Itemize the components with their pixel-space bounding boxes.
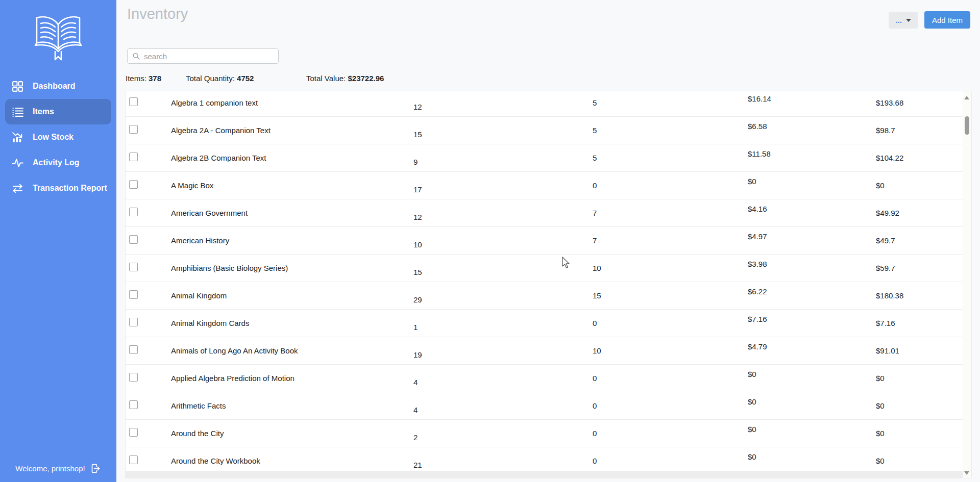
item-threshold: 0 — [593, 429, 597, 438]
row-checkbox[interactable] — [129, 153, 138, 161]
item-price: $0 — [748, 370, 756, 378]
row-checkbox[interactable] — [129, 400, 138, 409]
inventory-table: Algebra 1 companion text 12 5 $16.14 $19… — [125, 91, 972, 478]
item-name: Algebra 2B Companion Text — [171, 154, 266, 162]
item-threshold: 0 — [593, 456, 597, 465]
stat-total-value-value: $23722.96 — [348, 74, 384, 83]
header-actions: ... Add Item — [889, 11, 970, 29]
scroll-down-icon[interactable] — [964, 471, 969, 475]
vertical-scrollbar[interactable] — [963, 91, 971, 478]
sidebar-item-items[interactable]: Items — [5, 99, 111, 124]
item-name: Algebra 1 companion text — [171, 98, 258, 107]
row-checkbox[interactable] — [129, 345, 138, 354]
welcome-message: Welcome, printshop! — [0, 463, 116, 474]
item-quantity: 4 — [413, 405, 418, 414]
item-name: Amphibians (Basic Biology Series) — [171, 264, 288, 272]
item-threshold: 10 — [593, 264, 601, 272]
row-checkbox[interactable] — [129, 318, 138, 326]
item-quantity: 15 — [413, 130, 422, 139]
item-price: $3.98 — [748, 260, 767, 268]
item-quantity: 2 — [413, 433, 418, 442]
sidebar-item-activity-log[interactable]: Activity Log — [0, 150, 116, 175]
item-threshold: 0 — [593, 401, 597, 410]
table-row[interactable]: Animal Kingdom 29 15 $6.22 $180.38 — [126, 282, 963, 310]
row-checkbox[interactable] — [129, 263, 138, 271]
sidebar: Dashboard Items Low Stock Activity Log T… — [0, 0, 116, 482]
table-row[interactable]: Algebra 1 companion text 12 5 $16.14 $19… — [126, 91, 963, 117]
table-row[interactable]: Algebra 2B Companion Text 9 5 $11.58 $10… — [126, 144, 963, 172]
item-total: $0 — [876, 456, 885, 465]
row-checkbox[interactable] — [129, 455, 138, 464]
table-row[interactable]: Arithmetic Facts 4 0 $0 $0 — [126, 392, 963, 420]
add-item-button[interactable]: Add Item — [924, 11, 970, 29]
item-total: $7.16 — [876, 319, 895, 327]
row-checkbox[interactable] — [129, 180, 138, 189]
main-content: Inventory ... Add Item Items: 378 Total … — [116, 0, 980, 482]
item-total: $0 — [876, 429, 885, 438]
item-name: American History — [171, 236, 229, 245]
item-quantity: 9 — [413, 158, 418, 166]
stat-items-value: 378 — [149, 74, 161, 83]
item-price: $16.14 — [748, 94, 771, 103]
row-checkbox[interactable] — [129, 208, 138, 216]
horizontal-scrollbar[interactable] — [126, 471, 963, 478]
item-quantity: 15 — [413, 268, 422, 276]
item-price: $7.16 — [748, 315, 767, 323]
item-price: $4.16 — [748, 205, 767, 213]
header-divider — [125, 39, 972, 39]
item-threshold: 7 — [593, 236, 597, 245]
item-total: $98.7 — [876, 126, 895, 135]
more-actions-dropdown[interactable]: ... — [889, 12, 918, 29]
item-quantity: 29 — [413, 295, 422, 304]
logout-icon[interactable] — [90, 463, 101, 474]
item-quantity: 12 — [413, 213, 422, 221]
sidebar-item-dashboard[interactable]: Dashboard — [0, 73, 116, 99]
row-checkbox[interactable] — [129, 373, 138, 382]
table-row[interactable]: American History 10 7 $4.97 $49.7 — [126, 227, 963, 255]
item-threshold: 5 — [593, 126, 597, 135]
item-price: $4.97 — [748, 232, 767, 241]
vertical-scrollbar-thumb[interactable] — [965, 116, 969, 135]
row-checkbox[interactable] — [129, 290, 138, 299]
stat-total-value: Total Value: $23722.96 — [306, 74, 384, 83]
item-total: $59.7 — [876, 264, 895, 272]
item-threshold: 0 — [593, 181, 597, 190]
table-row[interactable]: Around the City 2 0 $0 $0 — [126, 420, 963, 447]
scroll-up-icon[interactable] — [964, 96, 969, 99]
stat-total-quantity: Total Quantity: 4752 — [186, 74, 254, 83]
item-name: Arithmetic Facts — [171, 401, 226, 410]
stat-items-label: Items: — [126, 74, 146, 83]
sidebar-item-low-stock[interactable]: Low Stock — [0, 124, 116, 150]
item-name: American Government — [171, 209, 248, 217]
item-threshold: 5 — [593, 98, 597, 107]
item-total: $49.7 — [876, 236, 895, 245]
table-row[interactable]: Amphibians (Basic Biology Series) 15 10 … — [126, 255, 963, 282]
table-row[interactable]: Animal Kingdom Cards 1 0 $7.16 $7.16 — [126, 310, 963, 337]
table-rows-viewport: Algebra 1 companion text 12 5 $16.14 $19… — [126, 91, 963, 471]
table-row[interactable]: Applied Algebra Prediction of Motion 4 0… — [126, 365, 963, 392]
page-title: Inventory — [127, 6, 188, 22]
table-row[interactable]: Algebra 2A - Companion Text 15 5 $6.58 $… — [126, 117, 963, 144]
table-row[interactable]: American Government 12 7 $4.16 $49.92 — [126, 199, 963, 227]
table-row[interactable]: Around the City Workbook 21 0 $0 $0 — [126, 447, 963, 471]
item-price: $0 — [748, 177, 756, 186]
item-total: $0 — [876, 401, 885, 410]
item-total: $49.92 — [876, 209, 899, 217]
row-checkbox[interactable] — [129, 97, 138, 106]
item-quantity: 17 — [413, 185, 422, 194]
activity-icon — [11, 157, 24, 169]
item-quantity: 12 — [413, 103, 422, 111]
table-row[interactable]: Animals of Long Ago An Activity Book 19 … — [126, 337, 963, 365]
item-name: Around the City Workbook — [171, 456, 260, 465]
sidebar-item-transaction-report[interactable]: Transaction Report — [0, 175, 116, 201]
table-row[interactable]: A Magic Box 17 0 $0 $0 — [126, 172, 963, 199]
item-threshold: 0 — [593, 374, 597, 383]
chevron-down-icon — [906, 19, 911, 22]
item-name: Animal Kingdom Cards — [171, 319, 249, 327]
row-checkbox[interactable] — [129, 125, 138, 134]
item-quantity: 1 — [413, 323, 418, 332]
row-checkbox[interactable] — [129, 428, 138, 437]
row-checkbox[interactable] — [129, 235, 138, 244]
search-input[interactable] — [144, 52, 278, 61]
item-total: $193.68 — [876, 98, 903, 107]
